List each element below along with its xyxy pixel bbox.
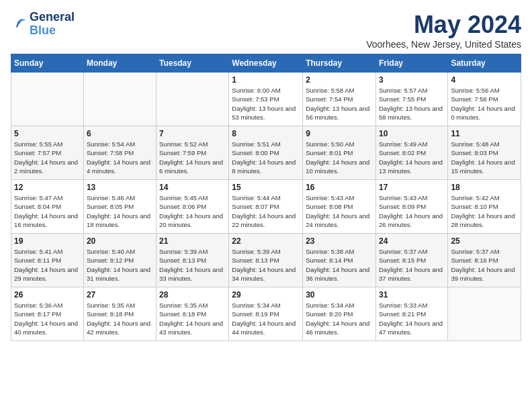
cell-line: Sunrise: 5:36 AM	[14, 301, 81, 310]
cell-content: Sunrise: 5:47 AMSunset: 8:04 PMDaylight:…	[14, 193, 81, 229]
day-number: 22	[232, 236, 300, 246]
cell-line: Sunset: 8:17 PM	[14, 310, 81, 318]
day-number: 27	[87, 290, 153, 300]
cell-line: Daylight: 14 hours and 24 minutes.	[306, 212, 373, 230]
calendar-cell: 30Sunrise: 5:34 AMSunset: 8:20 PMDayligh…	[303, 287, 376, 341]
cell-content: Sunrise: 5:46 AMSunset: 8:05 PMDaylight:…	[87, 193, 153, 229]
cell-line: Daylight: 14 hours and 34 minutes.	[232, 265, 300, 283]
weekday-header-monday: Monday	[83, 54, 156, 73]
calendar-cell	[83, 73, 156, 126]
cell-line: Sunrise: 5:55 AM	[14, 140, 81, 148]
cell-line: Sunrise: 6:00 AM	[232, 86, 300, 95]
calendar-cell: 2Sunrise: 5:58 AMSunset: 7:54 PMDaylight…	[303, 73, 376, 126]
cell-line: Daylight: 14 hours and 29 minutes.	[14, 265, 81, 283]
calendar-cell	[448, 287, 521, 341]
cell-line: Daylight: 14 hours and 46 minutes.	[306, 319, 373, 337]
cell-line: Sunrise: 5:37 AM	[451, 247, 518, 256]
cell-line: Sunrise: 5:46 AM	[87, 193, 153, 202]
calendar-cell: 17Sunrise: 5:43 AMSunset: 8:09 PMDayligh…	[375, 180, 447, 234]
calendar-cell: 1Sunrise: 6:00 AMSunset: 7:53 PMDaylight…	[229, 73, 303, 126]
cell-line: Sunset: 8:04 PM	[14, 202, 81, 211]
cell-line: Sunset: 8:14 PM	[306, 256, 373, 265]
cell-content: Sunrise: 5:38 AMSunset: 8:14 PMDaylight:…	[306, 247, 373, 283]
cell-line: Daylight: 13 hours and 53 minutes.	[232, 104, 300, 122]
calendar-cell: 6Sunrise: 5:54 AMSunset: 7:58 PMDaylight…	[83, 126, 156, 180]
cell-line: Daylight: 14 hours and 31 minutes.	[87, 265, 153, 283]
calendar-cell: 22Sunrise: 5:39 AMSunset: 8:13 PMDayligh…	[229, 234, 303, 287]
cell-line: Sunrise: 5:39 AM	[232, 247, 300, 256]
weekday-header-row: SundayMondayTuesdayWednesdayThursdayFrid…	[11, 54, 521, 73]
day-number: 24	[379, 236, 445, 246]
cell-line: Sunset: 8:13 PM	[159, 256, 226, 265]
calendar-cell: 3Sunrise: 5:57 AMSunset: 7:55 PMDaylight…	[375, 73, 447, 126]
cell-line: Sunrise: 5:39 AM	[159, 247, 226, 256]
cell-line: Sunrise: 5:37 AM	[379, 247, 445, 256]
cell-content: Sunrise: 5:37 AMSunset: 8:16 PMDaylight:…	[451, 247, 518, 283]
cell-line: Sunset: 8:12 PM	[87, 256, 153, 265]
cell-line: Daylight: 14 hours and 15 minutes.	[451, 158, 518, 176]
weekday-header-thursday: Thursday	[303, 54, 376, 73]
calendar-cell: 14Sunrise: 5:45 AMSunset: 8:06 PMDayligh…	[157, 180, 229, 234]
calendar-cell: 11Sunrise: 5:48 AMSunset: 8:03 PMDayligh…	[448, 126, 521, 180]
location: Voorhees, New Jersey, United States	[366, 39, 521, 50]
cell-content: Sunrise: 5:54 AMSunset: 7:58 PMDaylight:…	[87, 140, 153, 175]
cell-content: Sunrise: 5:52 AMSunset: 7:59 PMDaylight:…	[159, 140, 226, 175]
cell-line: Sunrise: 5:34 AM	[306, 301, 373, 310]
cell-line: Sunrise: 5:34 AM	[232, 301, 300, 310]
cell-line: Sunset: 7:58 PM	[87, 148, 153, 157]
cell-line: Daylight: 14 hours and 22 minutes.	[232, 212, 300, 230]
cell-line: Sunset: 8:19 PM	[232, 310, 300, 318]
day-number: 12	[14, 183, 81, 192]
day-number: 1	[232, 75, 300, 85]
calendar-cell: 23Sunrise: 5:38 AMSunset: 8:14 PMDayligh…	[303, 234, 376, 287]
day-number: 5	[14, 129, 81, 138]
cell-content: Sunrise: 5:37 AMSunset: 8:15 PMDaylight:…	[379, 247, 445, 283]
calendar-cell: 9Sunrise: 5:50 AMSunset: 8:01 PMDaylight…	[303, 126, 376, 180]
cell-line: Sunset: 7:53 PM	[232, 95, 300, 103]
cell-line: Sunrise: 5:35 AM	[159, 301, 226, 310]
cell-line: Daylight: 14 hours and 36 minutes.	[306, 265, 373, 283]
cell-content: Sunrise: 5:49 AMSunset: 8:02 PMDaylight:…	[379, 140, 445, 175]
day-number: 28	[159, 290, 226, 300]
calendar-cell: 28Sunrise: 5:35 AMSunset: 8:18 PMDayligh…	[157, 287, 229, 341]
day-number: 14	[159, 183, 226, 192]
day-number: 30	[306, 290, 373, 300]
title-block: May 2024 Voorhees, New Jersey, United St…	[366, 11, 521, 50]
cell-line: Sunrise: 5:52 AM	[159, 140, 226, 148]
cell-line: Sunrise: 5:45 AM	[159, 193, 226, 202]
calendar-cell: 26Sunrise: 5:36 AMSunset: 8:17 PMDayligh…	[11, 287, 84, 341]
calendar-cell: 29Sunrise: 5:34 AMSunset: 8:19 PMDayligh…	[229, 287, 303, 341]
cell-line: Sunset: 8:21 PM	[379, 310, 445, 318]
cell-line: Sunrise: 5:41 AM	[14, 247, 81, 256]
day-number: 6	[87, 129, 153, 138]
cell-line: Daylight: 14 hours and 18 minutes.	[87, 212, 153, 230]
cell-line: Sunrise: 5:57 AM	[379, 86, 445, 95]
cell-line: Sunset: 8:00 PM	[232, 148, 300, 157]
cell-line: Daylight: 14 hours and 28 minutes.	[451, 212, 518, 230]
calendar-week-row: 19Sunrise: 5:41 AMSunset: 8:11 PMDayligh…	[11, 234, 521, 287]
cell-content: Sunrise: 5:35 AMSunset: 8:18 PMDaylight:…	[159, 301, 226, 336]
cell-line: Sunrise: 5:54 AM	[87, 140, 153, 148]
day-number: 31	[379, 290, 445, 300]
cell-content: Sunrise: 5:35 AMSunset: 8:18 PMDaylight:…	[87, 301, 153, 336]
cell-line: Daylight: 14 hours and 10 minutes.	[306, 158, 373, 176]
cell-content: Sunrise: 5:39 AMSunset: 8:13 PMDaylight:…	[232, 247, 300, 283]
weekday-header-saturday: Saturday	[448, 54, 521, 73]
calendar-week-row: 26Sunrise: 5:36 AMSunset: 8:17 PMDayligh…	[11, 287, 521, 341]
day-number: 7	[159, 129, 226, 138]
weekday-header-wednesday: Wednesday	[229, 54, 303, 73]
calendar-cell: 13Sunrise: 5:46 AMSunset: 8:05 PMDayligh…	[83, 180, 156, 234]
day-number: 23	[306, 236, 373, 246]
calendar-cell: 15Sunrise: 5:44 AMSunset: 8:07 PMDayligh…	[229, 180, 303, 234]
cell-line: Sunset: 7:54 PM	[306, 95, 373, 103]
calendar-cell: 19Sunrise: 5:41 AMSunset: 8:11 PMDayligh…	[11, 234, 84, 287]
cell-line: Sunset: 8:16 PM	[451, 256, 518, 265]
calendar-cell: 27Sunrise: 5:35 AMSunset: 8:18 PMDayligh…	[83, 287, 156, 341]
calendar-cell: 10Sunrise: 5:49 AMSunset: 8:02 PMDayligh…	[375, 126, 447, 180]
day-number: 18	[451, 183, 518, 192]
cell-line: Sunrise: 5:58 AM	[306, 86, 373, 95]
day-number: 17	[379, 183, 445, 192]
weekday-header-friday: Friday	[375, 54, 447, 73]
cell-line: Sunrise: 5:48 AM	[451, 140, 518, 148]
cell-content: Sunrise: 5:44 AMSunset: 8:07 PMDaylight:…	[232, 193, 300, 229]
